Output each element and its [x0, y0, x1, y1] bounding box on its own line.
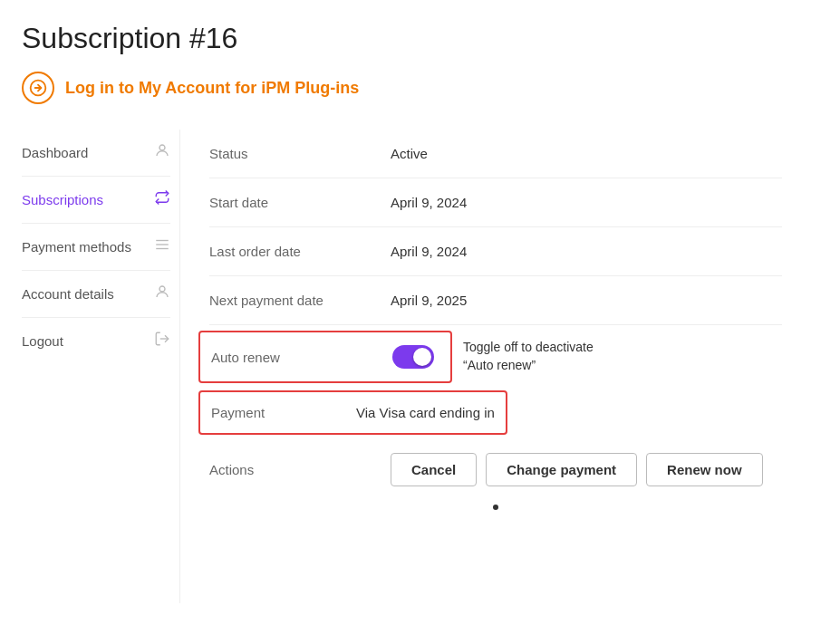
sidebar-item-account-details[interactable]: Account details: [22, 271, 170, 318]
start-date-label: Start date: [209, 195, 391, 210]
sidebar-item-dashboard[interactable]: Dashboard: [22, 130, 170, 177]
start-date-value: April 9, 2024: [391, 195, 467, 210]
next-payment-date-label: Next payment date: [209, 293, 391, 308]
renew-now-button[interactable]: Renew now: [646, 453, 763, 486]
status-row: Status Active: [209, 130, 782, 178]
auto-renew-row: Auto renew: [198, 331, 452, 383]
toggle-track: [392, 345, 434, 369]
next-payment-date-value: April 9, 2025: [391, 293, 467, 308]
next-payment-date-row: Next payment date April 9, 2025: [209, 276, 782, 325]
cancel-button[interactable]: Cancel: [391, 453, 477, 486]
sidebar-item-subscriptions[interactable]: Subscriptions: [22, 177, 170, 224]
payment-label: Payment: [211, 405, 356, 420]
auto-renew-tooltip: Toggle off to deactivate “Auto renew”: [463, 339, 594, 374]
tooltip-line1: Toggle off to deactivate: [463, 339, 594, 357]
auto-renew-label: Auto renew: [211, 350, 356, 365]
account-details-icon: [154, 284, 170, 304]
login-banner: Log in to My Account for iPM Plug-ins: [22, 72, 811, 104]
logout-icon: [154, 331, 170, 351]
last-order-date-row: Last order date April 9, 2024: [209, 227, 782, 276]
payment-methods-icon: [154, 236, 170, 257]
login-icon: [22, 72, 54, 104]
main-layout: Dashboard Subscriptions Payment methods …: [22, 130, 811, 603]
subscriptions-icon: [154, 189, 170, 210]
last-order-date-value: April 9, 2024: [391, 244, 467, 259]
content-area: Status Active Start date April 9, 2024 L…: [180, 130, 811, 603]
actions-buttons: Cancel Change payment Renew now: [391, 453, 763, 486]
dashboard-icon: [154, 142, 170, 163]
status-label: Status: [209, 146, 391, 161]
status-value: Active: [391, 146, 428, 161]
tooltip-line2: “Auto renew”: [463, 357, 594, 375]
bottom-indicator: [209, 505, 782, 510]
sidebar-item-logout[interactable]: Logout: [22, 318, 170, 364]
sidebar-item-payment-methods[interactable]: Payment methods: [22, 224, 170, 271]
page-title: Subscription #16: [22, 22, 811, 55]
page-container: Subscription #16 Log in to My Account fo…: [0, 0, 840, 625]
svg-point-2: [159, 145, 165, 150]
actions-row: Actions Cancel Change payment Renew now: [209, 435, 782, 495]
login-link[interactable]: Log in to My Account for iPM Plug-ins: [65, 79, 359, 98]
payment-row: Payment Via Visa card ending in: [198, 390, 507, 435]
payment-value: Via Visa card ending in: [356, 405, 495, 420]
toggle-thumb: [413, 348, 431, 366]
last-order-date-label: Last order date: [209, 244, 391, 259]
svg-point-6: [159, 286, 165, 292]
change-payment-button[interactable]: Change payment: [486, 453, 637, 486]
start-date-row: Start date April 9, 2024: [209, 178, 782, 227]
sidebar: Dashboard Subscriptions Payment methods …: [22, 130, 180, 603]
auto-renew-toggle[interactable]: [392, 345, 434, 369]
actions-label: Actions: [209, 462, 391, 477]
